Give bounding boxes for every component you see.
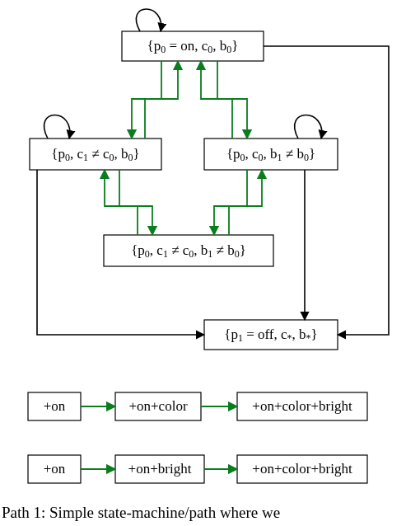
svg-text:{p0, c1 ≠ c0, b0}: {p0, c1 ≠ c0, b0} xyxy=(51,146,139,163)
edge-right-mid xyxy=(214,170,247,235)
edge-mid-right xyxy=(229,170,262,235)
seq2-node-c: +on+color+bright xyxy=(237,455,367,483)
edge-mid-left xyxy=(105,170,138,235)
svg-text:+on: +on xyxy=(44,398,66,414)
figure-caption: Path 1: Simple state-machine/path where … xyxy=(2,504,280,521)
self-loop-left xyxy=(44,115,70,139)
svg-text:+on+color: +on+color xyxy=(128,398,187,414)
seq1-node-c: +on+color+bright xyxy=(237,392,367,420)
self-loop-top xyxy=(136,9,161,31)
seq2-node-a: +on xyxy=(28,455,81,483)
svg-text:+on+color+bright: +on+color+bright xyxy=(252,398,352,414)
state-left: {p0, c1 ≠ c0, b0} xyxy=(30,139,161,170)
state-mid: {p0, c1 ≠ c0, b1 ≠ b0} xyxy=(104,235,273,266)
state-top: {p0 = on, c0, b0} xyxy=(122,31,264,61)
svg-text:{p0 = on, c0, b0}: {p0 = on, c0, b0} xyxy=(147,38,239,55)
svg-text:{p0, c0, b1 ≠ b0}: {p0, c0, b1 ≠ b0} xyxy=(226,146,315,163)
svg-text:+on+bright: +on+bright xyxy=(128,461,192,477)
diagram-canvas: {p0 = on, c0, b0} {p0, c1 ≠ c0, b0} {p0,… xyxy=(0,0,420,526)
seq2-node-b: +on+bright xyxy=(115,455,204,483)
state-off: {p1 = off, c*, b*} xyxy=(204,320,338,350)
edge-top-off xyxy=(264,46,389,335)
seq1-node-b: +on+color xyxy=(115,392,201,420)
edge-right-top xyxy=(201,61,232,139)
self-loop-right xyxy=(295,115,322,139)
state-right: {p0, c0, b1 ≠ b0} xyxy=(204,139,338,170)
svg-text:+on+color+bright: +on+color+bright xyxy=(252,461,352,477)
svg-text:+on: +on xyxy=(44,461,66,477)
edge-top-left xyxy=(132,61,161,139)
edge-left-mid xyxy=(119,170,152,235)
seq1-node-a: +on xyxy=(28,392,81,420)
